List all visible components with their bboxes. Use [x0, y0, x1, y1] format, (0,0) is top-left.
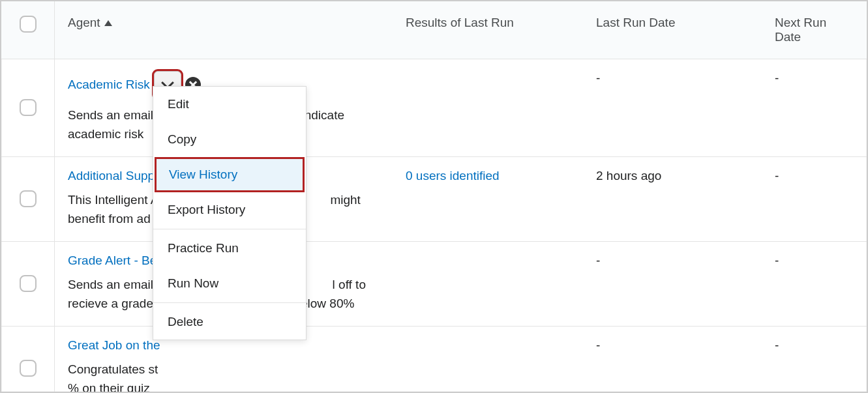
row-checkbox[interactable] — [20, 99, 37, 116]
results-link[interactable]: 0 users identified — [406, 169, 500, 182]
table-row: Great Job on the Congratulates st XXXXXX… — [1, 327, 867, 393]
sort-asc-icon — [104, 20, 112, 26]
menu-item-practice-run[interactable]: Practice Run — [153, 231, 306, 266]
agent-link[interactable]: Academic Risk — [68, 78, 150, 92]
lastrun-cell: - — [583, 327, 762, 393]
results-cell — [393, 327, 583, 393]
nextrun-cell: - — [762, 327, 867, 393]
menu-item-copy[interactable]: Copy — [153, 122, 306, 157]
table-row: Additional Supp This Intelligent A XXXXX… — [1, 157, 867, 242]
menu-item-delete[interactable]: Delete — [153, 304, 306, 340]
nextrun-cell: - — [762, 157, 867, 241]
menu-item-run-now[interactable]: Run Now — [153, 266, 306, 301]
table-row: Grade Alert - Be Sends an email t XXXXXX… — [1, 242, 867, 327]
column-header-nextrun[interactable]: Next Run Date — [762, 1, 867, 59]
menu-item-view-history[interactable]: View History — [155, 157, 305, 192]
column-header-lastrun[interactable]: Last Run Date — [583, 1, 762, 59]
row-checkbox[interactable] — [20, 190, 37, 207]
agent-link[interactable]: Additional Supp — [68, 169, 155, 183]
lastrun-cell: - — [583, 242, 762, 326]
results-cell — [393, 242, 583, 326]
row-actions-menu: Edit Copy View History Export History Pr… — [153, 86, 307, 340]
nextrun-cell: - — [762, 59, 867, 156]
menu-item-edit[interactable]: Edit — [153, 87, 306, 122]
row-checkbox[interactable] — [20, 275, 37, 292]
results-cell — [393, 59, 583, 156]
lastrun-cell: - — [583, 59, 762, 156]
agent-description: Congratulates st XXXXXXXXXXXXXXXXXXXXXXX… — [68, 360, 380, 393]
column-header-results[interactable]: Results of Last Run — [393, 1, 583, 59]
nextrun-cell: - — [762, 242, 867, 326]
table-row: Academic Risk Sends an email to the stud… — [1, 59, 867, 157]
agent-link[interactable]: Great Job on the — [68, 338, 160, 353]
column-header-agent[interactable]: Agent — [68, 16, 380, 30]
menu-divider — [153, 302, 306, 303]
table-header-row: Agent Results of Last Run Last Run Date … — [1, 1, 867, 59]
column-header-agent-label: Agent — [68, 16, 100, 30]
menu-divider — [153, 229, 306, 229]
agent-link[interactable]: Grade Alert - Be — [68, 254, 157, 268]
row-checkbox[interactable] — [20, 360, 37, 377]
menu-item-export-history[interactable]: Export History — [153, 192, 306, 227]
select-all-checkbox[interactable] — [20, 16, 37, 33]
lastrun-cell: 2 hours ago — [583, 157, 762, 241]
